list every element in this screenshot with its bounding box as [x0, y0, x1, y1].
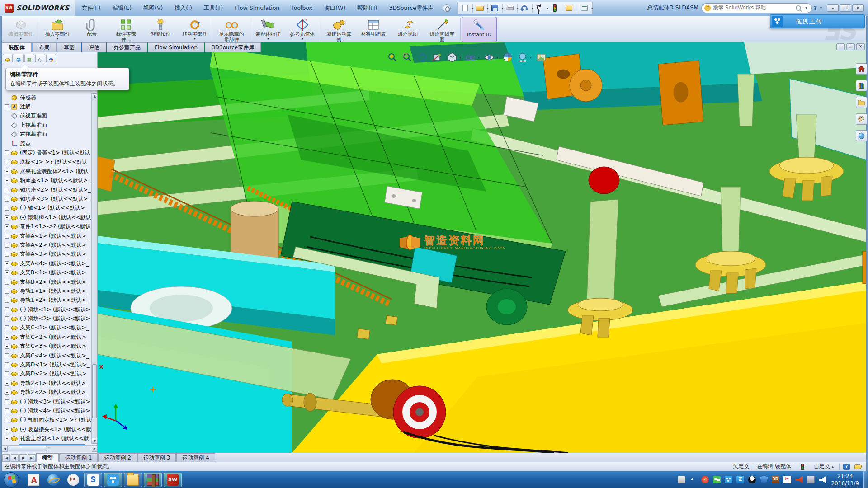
ribbon-insert-component[interactable]: 插入零部件 ▾ [40, 17, 75, 42]
chevron-down-icon[interactable]: ▾ [302, 37, 303, 41]
help-caret-icon[interactable]: ▾ [820, 6, 822, 10]
tree-item[interactable]: 底板<1>->? (默认<<默认 [2, 158, 91, 167]
screenshot-tool-icon[interactable] [64, 473, 82, 487]
scroll-right-icon[interactable]: ▶ [92, 446, 98, 452]
chevron-down-icon[interactable]: ▾ [194, 37, 196, 41]
tree-item[interactable]: 导轨2<1> (默认<<默认>_ [2, 379, 91, 388]
open-icon[interactable]: ▾ [475, 3, 485, 13]
view-palette-icon[interactable] [856, 113, 867, 125]
tree-vertical-scrollbar[interactable]: ▲ ▼ [91, 93, 97, 444]
scroll-up-icon[interactable]: ▲ [92, 93, 98, 99]
chevron-down-icon[interactable]: ▾ [57, 37, 58, 41]
expand-plus-icon[interactable] [5, 289, 9, 294]
expand-plus-icon[interactable] [5, 197, 9, 202]
volume-icon[interactable] [819, 476, 826, 483]
cut-disabled-icon[interactable] [783, 476, 791, 483]
tree-item[interactable]: 支架A<2> (默认<<默认>_ [2, 240, 91, 249]
expand-plus-icon[interactable] [5, 234, 9, 239]
expand-plus-icon[interactable] [5, 160, 9, 164]
doc-restore-icon[interactable]: ❐ [846, 43, 855, 50]
search-icon[interactable] [796, 5, 801, 11]
save-icon[interactable]: ▾ [490, 3, 500, 13]
splitter-grip[interactable]: ⁞⁞⁞ [46, 447, 51, 451]
tree-item[interactable]: 导轨1<1> (默认<<默认>_ [2, 286, 91, 296]
tree-item[interactable]: 原点 [2, 139, 91, 148]
expand-plus-icon[interactable] [5, 362, 9, 367]
graphics-viewport[interactable]: ▾▾▾▾▾ 智造资料网 INTELLIGENT MANUFACTURING DA… [98, 42, 868, 453]
chevron-down-icon[interactable]: ▾ [496, 56, 498, 60]
display-style-icon[interactable] [465, 52, 476, 63]
menu-item-9[interactable]: 3DSource零件库 [383, 0, 439, 16]
tree-item[interactable]: 轴承座<2> (默认<<默认>_ [2, 185, 91, 194]
baidu-cloud-tray-icon[interactable] [725, 476, 732, 483]
file-explorer-icon[interactable] [124, 473, 142, 487]
360-safety-icon[interactable] [701, 476, 709, 483]
expand-plus-icon[interactable] [5, 169, 9, 174]
tree-item[interactable]: 支架C<1> (默认<<默认>_ [2, 324, 91, 333]
tag-icon[interactable] [854, 464, 862, 469]
tab-1[interactable]: 布局 [32, 42, 57, 52]
zoom-area-icon[interactable] [402, 52, 413, 63]
tab-4[interactable]: 办公室产品 [107, 42, 147, 52]
model-white-rail[interactable] [557, 146, 703, 196]
propertymanager-icon[interactable] [14, 54, 24, 62]
tab-2[interactable]: 草图 [57, 42, 81, 52]
menu-item-2[interactable]: 视图(V) [137, 0, 169, 16]
expand-plus-icon[interactable] [5, 261, 9, 266]
qq-icon[interactable] [748, 476, 756, 483]
s-browser-icon[interactable] [84, 473, 102, 487]
ribbon-show-hidden-components[interactable]: 显示隐藏的零部件 [214, 17, 249, 42]
expand-plus-icon[interactable] [5, 188, 9, 192]
expand-plus-icon[interactable] [5, 335, 9, 340]
search-caret-icon[interactable]: ▾ [805, 6, 807, 10]
tree-item[interactable]: 注解 [2, 102, 91, 111]
menu-item-3[interactable]: 插入(I) [169, 0, 198, 16]
baidu-cloud-icon[interactable] [104, 473, 122, 487]
tree-item[interactable]: 右视基准面 [2, 130, 91, 139]
hide-show-items-icon[interactable] [484, 52, 495, 63]
tree-item[interactable]: 支架B<1> (默认<<默认> [2, 268, 91, 277]
menu-item-8[interactable]: 帮助(H) [351, 0, 383, 16]
expand-plus-icon[interactable] [5, 344, 9, 349]
tab-5[interactable]: Flow Simulation [148, 42, 204, 52]
ribbon-linear-pattern[interactable]: 线性零部件... ▾ [109, 17, 143, 42]
3dsource-tray-icon[interactable] [772, 476, 779, 483]
model-tab-nav-2[interactable]: ▶ [19, 454, 27, 462]
model-tab-0[interactable]: 模型 [36, 453, 59, 462]
start-button[interactable] [4, 472, 19, 488]
tree-item[interactable]: 前视基准面 [2, 112, 91, 121]
ribbon-bill-of-materials[interactable]: 材料明细表 [356, 17, 391, 42]
minimize-button[interactable]: – [827, 4, 839, 12]
displaymanager-icon[interactable] [46, 54, 56, 62]
tree-item[interactable]: 水果礼盒装配体2<1> (默认 [2, 167, 91, 176]
menu-item-5[interactable]: Flow Simulation [229, 0, 285, 16]
tree-item[interactable]: (-) 气缸固定板<1>->? (默认 [2, 416, 91, 425]
rebuild-traffic-light-icon[interactable] [550, 3, 560, 13]
tab-6[interactable]: 3DSource零件库 [205, 42, 261, 52]
expand-plus-icon[interactable] [5, 381, 9, 386]
drag-upload-overlay[interactable]: 拖拽上传 [770, 14, 865, 28]
view-orientation-icon[interactable] [447, 52, 458, 63]
search-input[interactable]: ? 搜索 SolidWorks 帮助 ▾ [701, 3, 812, 13]
tab-assembly[interactable]: 装配体 [2, 42, 32, 52]
ribbon-mate[interactable]: 配合 [75, 17, 109, 42]
expand-plus-icon[interactable] [5, 316, 9, 321]
wechat-icon[interactable] [713, 476, 721, 483]
custom-caret-icon[interactable]: ▴ [832, 465, 834, 469]
tree-item[interactable]: (-) 滑块<2> (默认<<默认> [2, 314, 91, 323]
menu-item-7[interactable]: 窗口(W) [318, 0, 351, 16]
configurationmanager-icon[interactable] [24, 54, 34, 62]
tree-item[interactable]: 上视基准面 [2, 121, 91, 130]
ribbon-new-motion-study[interactable]: 新建运动算例 [322, 17, 356, 42]
doc-close-icon[interactable]: ✕ [856, 43, 865, 50]
zoom-fit-icon[interactable] [387, 52, 398, 63]
taskbar-clock[interactable]: 21:24 2016/11/9 [831, 473, 859, 487]
expand-plus-icon[interactable] [5, 325, 9, 330]
new-document-icon[interactable]: ▾ [460, 3, 470, 13]
tab-3[interactable]: 评估 [82, 42, 106, 52]
scroll-thumb[interactable] [92, 364, 97, 418]
model-tab-nav-0[interactable]: |◀ [2, 454, 10, 462]
ribbon-assembly-features[interactable]: 装配体特征 ▾ [251, 17, 285, 42]
expand-plus-icon[interactable] [5, 150, 9, 155]
tree-item[interactable]: 零件1<1>->? (默认<<默认 [2, 222, 91, 231]
